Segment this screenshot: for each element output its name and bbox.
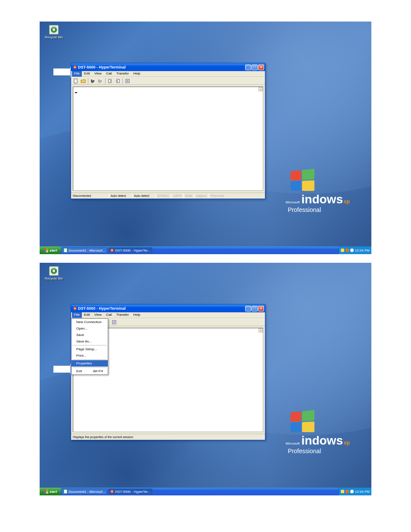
app-icon: [73, 307, 77, 310]
mi-open[interactable]: Open...: [72, 325, 108, 332]
menu-call[interactable]: Call: [104, 312, 114, 318]
mi-properties[interactable]: Properties: [72, 360, 108, 367]
maximize-button[interactable]: □: [252, 65, 258, 70]
recycle-bin[interactable]: Recycle Bin: [45, 25, 63, 39]
tray-icon[interactable]: [346, 249, 349, 252]
recycle-label: Recycle Bin: [45, 277, 63, 280]
menubar: File Edit View Call Transfer Help: [71, 71, 265, 77]
menu-view[interactable]: View: [92, 71, 104, 77]
status-detect1: Auto detect: [109, 193, 132, 199]
properties-icon[interactable]: [111, 319, 117, 325]
status-help: Displays the properties of the current s…: [71, 434, 265, 440]
menu-edit[interactable]: Edit: [82, 312, 92, 318]
mi-new-connection[interactable]: New Connection: [72, 319, 108, 325]
task-hyperterminal[interactable]: DST-5000 - HyperTer...: [108, 247, 153, 253]
menubar: File Edit View Call Transfer Help New Co…: [71, 312, 265, 318]
status-num: NUM: [184, 193, 194, 199]
mi-print[interactable]: Print...: [72, 352, 108, 359]
mi-save-as[interactable]: Save As...: [72, 338, 108, 345]
window-title: DST-5000 - HyperTerminal: [78, 306, 126, 311]
scroll-up-icon[interactable]: ▴: [258, 87, 263, 91]
tray-icon[interactable]: [341, 249, 344, 252]
taskbar: start Document1 - Microsof... DST-5000 -…: [40, 246, 371, 254]
start-flag-icon: [44, 489, 48, 494]
recycle-icon: [49, 25, 59, 34]
svg-rect-6: [112, 320, 116, 324]
pointer-arrow: [53, 366, 72, 373]
tray-icon[interactable]: [350, 249, 354, 252]
titlebar[interactable]: DST-5000 - HyperTerminal _ □ ×: [71, 305, 265, 312]
minimize-button[interactable]: _: [245, 306, 251, 311]
status-echo: Print echo: [209, 193, 265, 199]
svg-rect-3: [126, 79, 129, 83]
toolbar: [71, 77, 265, 85]
statusbar: Displays the properties of the current s…: [71, 434, 265, 440]
hyperterminal-icon: [110, 490, 114, 493]
start-button[interactable]: start: [40, 246, 61, 254]
windows-logo: Microsoft indows xp Professional: [286, 411, 350, 454]
status-caps: CAPS: [171, 193, 184, 199]
status-scroll: SCROLL: [156, 193, 171, 199]
terminal-area[interactable]: ▴: [73, 87, 263, 191]
desktop-1: Recycle Bin Microsoft indows xp Professi…: [40, 22, 371, 254]
menu-edit[interactable]: Edit: [82, 71, 92, 77]
status-capture: Capture: [194, 193, 209, 199]
clock[interactable]: 12:34 PM: [355, 490, 370, 494]
tray-icon[interactable]: [341, 490, 344, 493]
windows-logo: Microsoft indows xp Professional: [286, 170, 350, 213]
menu-file[interactable]: File: [72, 312, 82, 318]
close-button[interactable]: ×: [258, 65, 264, 70]
receive-icon[interactable]: [115, 78, 121, 84]
hyperterminal-icon: [110, 249, 114, 252]
scroll-up-icon[interactable]: ▴: [258, 328, 263, 333]
statusbar: Disconnected Auto detect Auto detect SCR…: [71, 193, 265, 199]
send-icon[interactable]: [107, 78, 113, 84]
app-icon: [73, 65, 77, 69]
task-document[interactable]: Document1 - Microsof...: [62, 247, 107, 253]
recycle-bin[interactable]: Recycle Bin: [45, 266, 63, 280]
properties-icon[interactable]: [125, 78, 131, 84]
mi-save[interactable]: Save: [72, 332, 108, 338]
desktop-2: Recycle Bin Microsoft indows xp Professi…: [40, 263, 371, 495]
word-icon: [64, 248, 67, 252]
system-tray[interactable]: 12:34 PM: [339, 246, 371, 254]
mi-exit[interactable]: Exit Alt+F4: [72, 368, 108, 374]
menu-transfer[interactable]: Transfer: [114, 312, 131, 318]
new-icon[interactable]: [73, 78, 79, 84]
menu-file[interactable]: File: [72, 71, 82, 77]
system-tray[interactable]: 12:34 PM: [339, 488, 371, 495]
clock[interactable]: 12:34 PM: [355, 249, 370, 252]
task-hyperterminal[interactable]: DST-5000 - HyperTer...: [108, 488, 153, 495]
recycle-label: Recycle Bin: [45, 35, 63, 39]
menu-call[interactable]: Call: [104, 71, 114, 77]
word-icon: [64, 489, 67, 494]
mi-page-setup[interactable]: Page Setup...: [72, 346, 108, 352]
close-button[interactable]: ×: [258, 306, 264, 311]
menu-help[interactable]: Help: [131, 312, 142, 318]
pointer-arrow: [53, 68, 72, 75]
start-flag-icon: [44, 248, 48, 252]
tray-icon[interactable]: [346, 490, 349, 493]
status-detect2: Auto detect: [132, 193, 156, 199]
window-title: DST-5000 - HyperTerminal: [78, 65, 126, 69]
task-document[interactable]: Document1 - Microsof...: [62, 488, 107, 495]
menu-view[interactable]: View: [92, 312, 104, 318]
svg-rect-0: [74, 79, 77, 83]
call-icon[interactable]: [90, 78, 96, 84]
hyperterminal-window: DST-5000 - HyperTerminal _ □ × File Edit…: [71, 63, 265, 199]
recycle-icon: [49, 266, 59, 276]
file-dropdown: New Connection Open... Save Save As... P…: [71, 318, 108, 375]
hyperterminal-window: DST-5000 - HyperTerminal _ □ × File Edit…: [71, 304, 265, 440]
tray-icon[interactable]: [350, 490, 354, 493]
minimize-button[interactable]: _: [245, 65, 251, 70]
titlebar[interactable]: DST-5000 - HyperTerminal _ □ ×: [71, 63, 265, 71]
open-icon[interactable]: [80, 78, 86, 84]
start-button[interactable]: start: [40, 488, 61, 495]
maximize-button[interactable]: □: [252, 306, 258, 311]
menu-help[interactable]: Help: [131, 71, 142, 77]
menu-transfer[interactable]: Transfer: [114, 71, 131, 77]
disconnect-icon[interactable]: [97, 78, 103, 84]
taskbar: start Document1 - Microsof... DST-5000 -…: [40, 488, 371, 495]
status-conn: Disconnected: [71, 193, 109, 199]
